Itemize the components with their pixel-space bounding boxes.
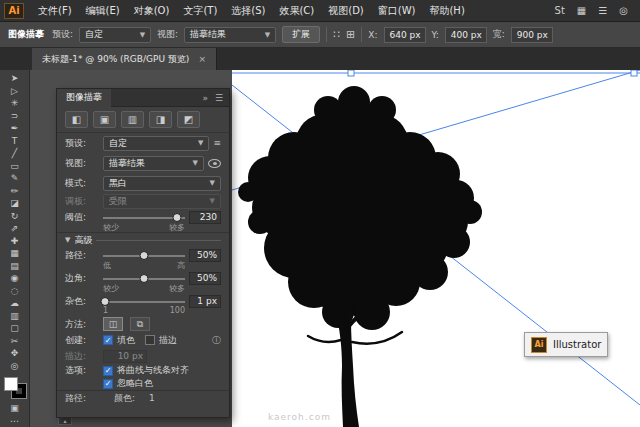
selection-tool[interactable]: ➤ (3, 72, 27, 85)
scale-tool[interactable]: ⇗ (3, 222, 27, 235)
y-label: Y: (432, 30, 439, 40)
menu-type[interactable]: 文字(T) (176, 0, 224, 22)
line-segment-tool[interactable]: ╱ (3, 147, 27, 160)
image-trace-panel: 图像描摹 » ☰ ◧ ▣ ▥ ◨ ◩ 预设: 自定 ▼ ≡ 视图: 描摹结果 ▼… (56, 88, 230, 418)
paths-slider[interactable] (103, 249, 185, 262)
pencil-tool[interactable]: ✏ (3, 185, 27, 198)
menu-view[interactable]: 视图(D) (321, 0, 371, 22)
panel-palette-label: 调板: (65, 195, 99, 208)
panel-view-dropdown[interactable]: 描摹结果 ▼ (103, 156, 204, 171)
x-field[interactable]: 640 px (384, 27, 426, 43)
preset-black-white-button[interactable]: ◩ (177, 111, 200, 128)
info-icon: ⓘ (212, 334, 221, 347)
preset-low-color-button[interactable]: ▥ (121, 111, 144, 128)
menu-effect[interactable]: 效果(C) (272, 0, 321, 22)
expand-button[interactable]: 扩展 (282, 26, 320, 43)
gradient-tool[interactable]: ▤ (3, 260, 27, 273)
advanced-section-header[interactable]: ▼ 高级 (57, 232, 229, 247)
paths-value[interactable]: 50% (189, 249, 221, 262)
pen-tool[interactable]: ✒ (3, 122, 27, 135)
artboard[interactable]: Ai Illustrator kaeroh.com (232, 70, 640, 427)
control-bar-title: 图像描摹 (8, 28, 44, 41)
fill-swatch[interactable] (4, 377, 18, 391)
stock-icon[interactable]: St (555, 5, 565, 16)
close-icon[interactable]: × (198, 54, 206, 64)
panel-header: 图像描摹 » ☰ (57, 89, 229, 107)
eyedropper-tool[interactable]: ◉ (3, 272, 27, 285)
threshold-slider[interactable] (103, 211, 185, 224)
noise-slider[interactable] (103, 295, 185, 308)
selection-handle[interactable] (631, 70, 637, 76)
eraser-tool[interactable]: ◪ (3, 197, 27, 210)
traced-image[interactable] (232, 70, 640, 427)
panel-view-label: 视图: (65, 157, 99, 170)
menu-help[interactable]: 帮助(H) (422, 0, 471, 22)
search-icon[interactable]: ◎ (619, 5, 628, 16)
threshold-min-label: 较少 (103, 222, 119, 232)
column-graph-tool[interactable]: ▥ (3, 310, 27, 323)
preview-eye-icon[interactable] (208, 159, 221, 168)
type-tool[interactable]: T (3, 135, 27, 148)
preset-dropdown[interactable]: 自定 ▼ (79, 27, 151, 43)
hand-tool[interactable]: ✥ (3, 347, 27, 360)
direct-selection-tool[interactable]: ▷ (3, 85, 27, 98)
method-overlapping-button[interactable]: ⧉ (130, 317, 150, 331)
width-tool[interactable]: ✚ (3, 235, 27, 248)
magic-wand-tool[interactable]: ✳ (3, 97, 27, 110)
menu-file[interactable]: 文件(F) (31, 0, 79, 22)
width-field[interactable]: 900 px (511, 27, 553, 43)
slider-thumb[interactable] (172, 213, 181, 222)
panel-preset-label: 预设: (65, 137, 99, 150)
menu-select[interactable]: 选择(S) (224, 0, 272, 22)
panel-preset-dropdown[interactable]: 自定 ▼ (103, 136, 209, 151)
arrange-documents-icon[interactable]: ▦ (577, 5, 586, 16)
blend-tool[interactable]: ◌ (3, 285, 27, 298)
snap-curves-checkbox[interactable] (103, 366, 113, 376)
mesh-tool[interactable]: ▦ (3, 247, 27, 260)
zoom-tool[interactable]: ◎ (3, 360, 27, 373)
rectangle-tool[interactable]: ▭ (3, 160, 27, 173)
menu-object[interactable]: 对象(O) (127, 0, 177, 22)
reference-point-icon[interactable]: ∷ (333, 28, 340, 41)
ignore-white-checkbox[interactable] (103, 379, 113, 389)
lasso-tool[interactable]: ⊃ (3, 110, 27, 123)
strokes-checkbox[interactable] (145, 335, 155, 345)
menu-edit[interactable]: 编辑(E) (79, 0, 127, 22)
noise-min-label: 1 (103, 306, 108, 316)
collapse-panel-icon[interactable]: » (202, 93, 208, 103)
slider-thumb[interactable] (140, 251, 149, 260)
fill-stroke-swatches[interactable] (4, 377, 26, 398)
noise-value[interactable]: 1 px (189, 295, 221, 308)
panel-title-tab[interactable]: 图像描摹 (57, 89, 111, 107)
artboard-tool[interactable]: ▢ (3, 322, 27, 335)
preset-high-color-button[interactable]: ▣ (93, 111, 116, 128)
symbol-sprayer-tool[interactable]: ☁ (3, 297, 27, 310)
panel-mode-dropdown[interactable]: 黑白 ▼ (103, 176, 221, 191)
slice-tool[interactable]: ✂ (3, 335, 27, 348)
y-field[interactable]: 400 px (445, 27, 487, 43)
tree-silhouette[interactable] (238, 86, 482, 427)
strokes-checkbox-label: 描边 (159, 334, 177, 347)
method-label: 方法: (65, 318, 99, 331)
slider-thumb[interactable] (140, 274, 149, 283)
corners-value[interactable]: 50% (189, 272, 221, 285)
fills-checkbox[interactable] (103, 335, 113, 345)
threshold-value[interactable]: 230 (189, 211, 221, 224)
paintbrush-tool[interactable]: ✎ (3, 172, 27, 185)
rotate-tool[interactable]: ↻ (3, 210, 27, 223)
slider-thumb[interactable] (100, 297, 109, 306)
workspace-switcher-icon[interactable]: ☰ (598, 5, 607, 16)
transform-panel-icon[interactable]: ⊞ (346, 28, 355, 41)
method-abutting-button[interactable]: ◫ (103, 317, 123, 331)
corners-slider[interactable] (103, 272, 185, 285)
view-dropdown[interactable]: 描摹结果 ▼ (184, 27, 276, 43)
draw-mode-icon[interactable]: ▣ (3, 402, 27, 415)
preset-grayscale-button[interactable]: ◨ (149, 111, 172, 128)
more-tools-icon[interactable]: ⋯ (3, 415, 27, 427)
menu-window[interactable]: 窗口(W) (371, 0, 423, 22)
preset-flyout-icon[interactable]: ≡ (213, 138, 221, 148)
selection-handle[interactable] (348, 70, 354, 76)
preset-auto-color-button[interactable]: ◧ (65, 111, 88, 128)
document-tab[interactable]: 未标题-1* @ 90% (RGB/GPU 预览) × (32, 48, 217, 70)
panel-menu-icon[interactable]: ☰ (215, 93, 223, 103)
